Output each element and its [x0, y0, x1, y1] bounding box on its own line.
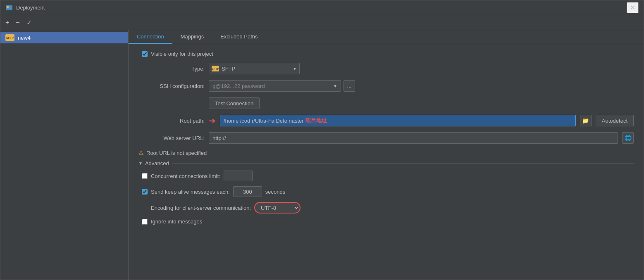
warning-icon: ⚠ — [138, 149, 144, 156]
encoding-row: Encoding for client-server communication… — [138, 202, 634, 214]
panel-body: Visible only for this project Type: SFTP… — [129, 44, 644, 280]
remove-button[interactable]: − — [14, 18, 21, 27]
test-connection-button[interactable]: Test Connection — [209, 97, 260, 109]
warning-row: ⚠ Root URL is not specified — [138, 149, 634, 156]
sidebar-item-label: new4 — [18, 35, 31, 41]
title-bar: Deployment ✕ — [0, 0, 644, 15]
web-server-url-input[interactable] — [209, 132, 618, 144]
type-row: Type: SFTP SFTP ▼ — [138, 63, 634, 74]
root-path-row: Root path: ➜ /home /cod r/Ultra-Fa Dete … — [138, 115, 634, 126]
visible-only-row: Visible only for this project — [138, 51, 634, 57]
ignore-info-checkbox[interactable] — [142, 219, 148, 225]
ignore-info-label: Ignore info messages — [151, 218, 202, 225]
dialog-title: Deployment — [16, 5, 627, 11]
tab-connection[interactable]: Connection — [129, 30, 172, 44]
autodetect-button[interactable]: Autodetect — [596, 115, 634, 126]
visible-only-label: Visible only for this project — [151, 51, 213, 57]
ssh-dropdown-arrow: ▼ — [333, 84, 337, 88]
advanced-collapse-icon: ▼ — [138, 161, 143, 166]
type-label: Type: — [138, 66, 205, 72]
toolbar: + − ✓ — [0, 15, 644, 30]
advanced-label: Advanced — [145, 160, 169, 166]
root-path-chinese: 项目地址 — [305, 117, 327, 124]
encoding-label: Encoding for client-server communication… — [151, 205, 251, 211]
right-panel: Connection Mappings Excluded Paths Visib… — [129, 30, 644, 280]
web-server-url-row: Web server URL: 🌐 — [138, 132, 634, 144]
concurrent-connections-row: Concurrent connections limit: — [138, 171, 634, 181]
globe-button[interactable]: 🌐 — [622, 132, 634, 144]
keep-alive-row: Send keep alive messages each: 300 secon… — [138, 186, 634, 197]
folder-icon: 📁 — [582, 117, 589, 124]
type-dropdown-arrow: ▼ — [293, 66, 297, 71]
visible-only-checkbox[interactable] — [142, 51, 148, 57]
main-content: SFTP new4 Connection Mappings Excluded P… — [0, 30, 644, 280]
svg-rect-1 — [7, 6, 9, 8]
root-path-folder-button[interactable]: 📁 — [580, 115, 592, 126]
root-path-value: /home /cod r/Ultra-Fa Dete naster — [224, 118, 304, 124]
sidebar-item-new4[interactable]: SFTP new4 — [0, 32, 128, 43]
tabs-row: Connection Mappings Excluded Paths — [129, 30, 644, 44]
ssh-config-label: SSH configuration: — [138, 83, 205, 89]
type-sftp-icon: SFTP — [212, 66, 219, 71]
web-server-url-label: Web server URL: — [138, 135, 205, 141]
ssh-config-row: SSH configuration: g@192. .22 password ▼… — [138, 80, 634, 92]
tab-excluded-paths[interactable]: Excluded Paths — [212, 30, 266, 44]
advanced-section: ▼ Advanced Concurrent connections limit:… — [138, 160, 634, 225]
red-arrow-icon: ➜ — [209, 116, 216, 126]
seconds-label: seconds — [265, 189, 285, 195]
test-connection-row: Test Connection — [138, 97, 634, 109]
add-button[interactable]: + — [4, 18, 11, 27]
advanced-divider — [172, 163, 634, 164]
encoding-select[interactable]: UTF-8 UTF-16 ISO-8859-1 — [254, 202, 301, 214]
keep-alive-checkbox[interactable] — [142, 189, 148, 195]
type-value: SFTP — [222, 66, 290, 72]
sidebar: SFTP new4 — [0, 30, 129, 280]
dialog-icon — [5, 4, 13, 12]
concurrent-connections-checkbox[interactable] — [142, 173, 148, 179]
close-button[interactable]: ✕ — [627, 2, 639, 13]
warning-text: Root URL is not specified — [146, 150, 207, 156]
ssh-config-value: g@192. .22 password — [212, 83, 265, 89]
svg-rect-2 — [7, 9, 12, 9]
root-path-input[interactable]: /home /cod r/Ultra-Fa Dete naster 项目地址 — [220, 115, 576, 126]
concurrent-connections-label: Concurrent connections limit: — [151, 173, 220, 179]
keep-alive-label: Send keep alive messages each: — [151, 189, 230, 195]
root-path-label: Root path: — [138, 118, 205, 124]
ssh-config-select[interactable]: g@192. .22 password ▼ — [209, 80, 341, 92]
keep-alive-input[interactable]: 300 — [233, 186, 262, 197]
ignore-info-row: Ignore info messages — [138, 218, 634, 225]
advanced-header[interactable]: ▼ Advanced — [138, 160, 634, 166]
sftp-icon: SFTP — [5, 34, 14, 41]
ssh-config-ellipsis-button[interactable]: ... — [343, 80, 355, 92]
deployment-dialog: Deployment ✕ + − ✓ SFTP new4 Connection … — [0, 0, 644, 280]
type-select[interactable]: SFTP SFTP ▼ — [209, 63, 300, 74]
confirm-button[interactable]: ✓ — [25, 18, 33, 27]
concurrent-connections-input[interactable] — [224, 171, 253, 181]
svg-rect-0 — [6, 5, 12, 10]
ssh-config-controls: g@192. .22 password ▼ ... — [209, 80, 355, 92]
globe-icon: 🌐 — [625, 135, 632, 141]
tab-mappings[interactable]: Mappings — [172, 30, 212, 44]
